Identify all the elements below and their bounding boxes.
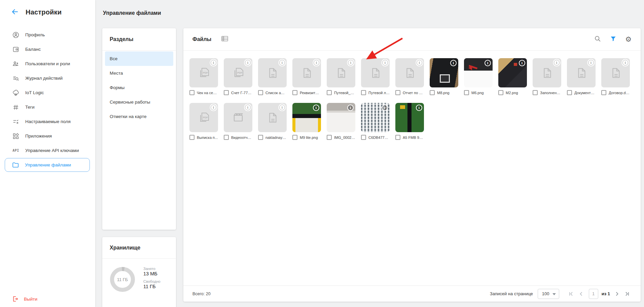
file-info-icon[interactable]: i [485,60,491,66]
sidebar-item-apps[interactable]: Приложения [0,129,95,143]
file-checkbox[interactable] [224,90,229,95]
file-info-icon[interactable]: i [348,60,354,66]
sidebar-item-api-keys[interactable]: API Управление API ключами [0,143,95,158]
file-info-icon[interactable]: i [382,60,388,66]
settings-button[interactable]: ⚙ [625,36,632,43]
section-item-service-works[interactable]: Сервисные работы [105,95,173,109]
file-info-icon[interactable]: i [417,60,422,66]
file-info-icon[interactable]: i [347,105,354,111]
file-card[interactable]: i PDF M8.png [430,58,458,95]
sidebar-item-balance[interactable]: Баланс [0,42,95,56]
file-card[interactable]: i PDF A5 FMB 920... [395,103,424,140]
back-button[interactable] [11,8,20,16]
file-checkbox[interactable] [567,90,572,95]
file-checkbox[interactable] [258,90,263,95]
file-card[interactable]: i PDF Путевой_ли... [327,58,355,95]
file-thumbnail[interactable]: i PDF [189,103,218,132]
sidebar-item-tags[interactable]: Теги [0,100,95,114]
file-thumbnail[interactable]: i PDF [567,58,596,87]
file-checkbox[interactable] [189,90,194,95]
file-thumbnail[interactable]: i PDF [464,58,493,87]
file-info-icon[interactable]: i [313,105,319,111]
file-thumbnail[interactable]: i PDF [224,103,252,132]
sidebar-item-custom-fields[interactable]: Настраиваемые поля [0,114,95,129]
file-card[interactable]: i PDF Видеоотчет... [224,103,252,140]
file-info-icon[interactable]: i [279,60,285,66]
file-info-icon[interactable]: i [279,105,285,110]
file-checkbox[interactable] [189,135,194,140]
file-card[interactable]: i PDF Выписка п... [189,103,218,140]
file-checkbox[interactable] [395,90,400,95]
file-card[interactable]: i PDF Заполненн... [533,58,561,95]
sidebar-item-action-log[interactable]: Журнал действий [0,71,95,85]
file-checkbox[interactable] [430,90,435,95]
file-checkbox[interactable] [327,135,332,140]
file-info-icon[interactable]: i [622,60,628,66]
file-checkbox[interactable] [361,90,366,95]
first-page-button[interactable] [567,290,575,298]
file-checkbox[interactable] [258,135,263,140]
file-info-icon[interactable]: i [519,60,525,66]
file-checkbox[interactable] [292,90,297,95]
file-thumbnail[interactable]: i PDF [327,58,355,87]
file-info-icon[interactable]: i [245,60,251,66]
section-item-places[interactable]: Места [105,66,173,80]
file-checkbox[interactable] [224,135,229,140]
file-card[interactable]: i PDF Документы... [567,58,596,95]
file-info-icon[interactable]: i [211,60,216,66]
sidebar-item-iot-logic[interactable]: IoT Logic [0,85,95,100]
file-thumbnail[interactable]: i PDF [224,58,252,87]
file-thumbnail[interactable]: i PDF [189,58,218,87]
file-checkbox[interactable] [292,135,297,140]
file-card[interactable]: i PDF C6DB477F-... [361,103,390,140]
file-thumbnail[interactable]: i PDF [258,103,287,132]
file-thumbnail[interactable]: i PDF [430,58,458,87]
file-thumbnail[interactable]: i PDF [292,58,321,87]
next-page-button[interactable] [613,290,621,298]
file-thumbnail[interactable]: i PDF [258,58,287,87]
file-thumbnail[interactable]: i PDF [601,58,630,87]
file-card[interactable]: i PDF M2.png [498,58,527,95]
file-checkbox[interactable] [327,90,332,95]
file-checkbox[interactable] [601,90,606,95]
file-info-icon[interactable]: i [588,60,594,66]
file-thumbnail[interactable]: i PDF [395,58,424,87]
section-item-all[interactable]: Все [105,51,173,66]
file-thumbnail[interactable]: i PDF [361,103,390,132]
file-info-icon[interactable]: i [382,105,388,111]
file-checkbox[interactable] [395,135,400,140]
section-item-map-marks[interactable]: Отметки на карте [105,109,173,124]
file-info-icon[interactable]: i [211,105,216,110]
file-thumbnail[interactable]: i PDF [361,58,390,87]
sidebar-item-profile[interactable]: Профиль [0,28,95,42]
file-card[interactable]: i PDF Договор.do... [601,58,630,95]
section-item-forms[interactable]: Формы [105,80,173,95]
logout-button[interactable]: Выйти [0,292,95,306]
file-card[interactable]: i PDF Список адр... [258,58,287,95]
file-checkbox[interactable] [464,90,469,95]
last-page-button[interactable] [623,290,632,298]
file-card[interactable]: i PDF Счет Г-777... [224,58,252,95]
file-card[interactable]: i PDF Чек на сер... [189,58,218,95]
file-checkbox[interactable] [361,135,366,140]
file-info-icon[interactable]: i [450,60,457,66]
file-info-icon[interactable]: i [314,60,319,66]
sidebar-item-file-management[interactable]: Управление файлами [5,158,90,172]
file-checkbox[interactable] [533,90,538,95]
file-card[interactable]: i PDF Отчет по по... [395,58,424,95]
per-page-select[interactable]: 100 [538,289,559,299]
file-checkbox[interactable] [498,90,503,95]
table-view-toggle[interactable] [221,36,228,43]
file-thumbnail[interactable]: i PDF [533,58,561,87]
file-info-icon[interactable]: i [245,105,251,110]
filter-button[interactable] [610,35,616,43]
file-card[interactable]: i PDF Реквизиты ... [292,58,321,95]
file-card[interactable]: i PDF M9 lite.png [292,103,321,140]
file-thumbnail[interactable]: i PDF [327,103,355,132]
file-thumbnail[interactable]: i PDF [292,103,321,132]
file-card[interactable]: i PDF nakladnaya.... [258,103,287,140]
file-thumbnail[interactable]: i PDF [395,103,424,132]
file-info-icon[interactable]: i [554,60,560,66]
page-number-input[interactable]: 1 [589,289,598,299]
file-card[interactable]: i PDF Путевой ли... [361,58,390,95]
